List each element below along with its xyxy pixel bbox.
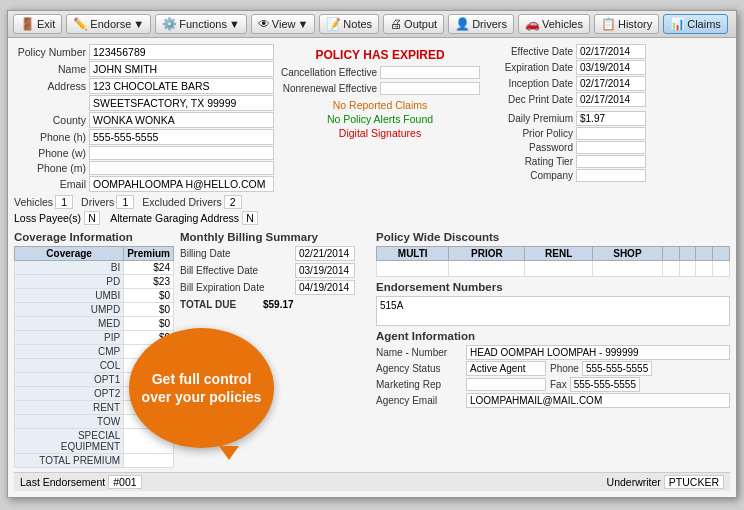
- agent-fax-value: 555-555-5555: [570, 377, 640, 392]
- dec-print-date-row: Dec Print Date 02/17/2014: [486, 92, 730, 107]
- agent-rep-value: [466, 378, 546, 391]
- bill-expiration-value: 04/19/2014: [295, 280, 355, 295]
- policy-phone-w-value: [89, 146, 274, 160]
- discounts-panel: Policy Wide Discounts MULTIPRIORRENLSHOP: [376, 231, 730, 277]
- agent-email-value: LOOMPAHMAIL@MAIL.COM: [466, 393, 730, 408]
- view-icon: 👁: [258, 17, 270, 31]
- drivers-icon: 👤: [455, 17, 470, 31]
- policy-counts-row: Vehicles 1 Drivers 1 Excluded Drivers 2: [14, 195, 274, 209]
- view-button[interactable]: 👁 View ▼: [251, 14, 316, 34]
- bill-total-value: $59.17: [260, 298, 297, 311]
- vehicles-count-item: Vehicles 1: [14, 195, 73, 209]
- exit-icon: 🚪: [20, 17, 35, 31]
- vehicles-count: 1: [55, 195, 73, 209]
- vehicles-button[interactable]: 🚗 Vehicles: [518, 14, 590, 34]
- nonrenewal-row: Nonrenewal Effective: [280, 82, 480, 95]
- nonrenewal-value: [380, 82, 480, 95]
- excluded-drivers-count: 2: [224, 195, 242, 209]
- coverage-title: Coverage Information: [14, 231, 174, 243]
- claims-icon: 📊: [670, 17, 685, 31]
- policy-name-value: JOHN SMITH: [89, 61, 274, 77]
- functions-button[interactable]: ⚙️ Functions ▼: [155, 14, 247, 34]
- endorsement-panel: Endorsement Numbers 515A: [376, 281, 730, 326]
- policy-phone-m-row: Phone (m): [14, 161, 274, 175]
- prior-policy-value: [576, 127, 646, 140]
- billing-date-value: 02/21/2014: [295, 246, 355, 261]
- bill-expiration-row: Bill Expiration Date 04/19/2014: [180, 280, 370, 295]
- agent-status-row: Agency Status Active Agent Phone 555-555…: [376, 361, 730, 376]
- policy-number-row: Policy Number 123456789: [14, 44, 274, 60]
- coverage-row: UMPD$0: [15, 303, 174, 317]
- policy-city-row: SWEETSFACTORY, TX 99999: [14, 95, 274, 111]
- output-icon: 🖨: [390, 17, 402, 31]
- policy-number-value: 123456789: [89, 44, 274, 60]
- bill-effective-value: 03/19/2014: [295, 263, 355, 278]
- discounts-table: MULTIPRIORRENLSHOP: [376, 246, 730, 277]
- promo-bubble: Get full control over your policies: [129, 328, 274, 448]
- effective-date-row: Effective Date 02/17/2014: [486, 44, 730, 59]
- coverage-row: PIP$0: [15, 331, 174, 345]
- underwriter-value: PTUCKER: [664, 475, 724, 489]
- coverage-row: PD$23: [15, 275, 174, 289]
- inception-date-row: Inception Date 02/17/2014: [486, 76, 730, 91]
- digital-signatures-text: Digital Signatures: [339, 127, 421, 139]
- coverage-row: UMBI$0: [15, 289, 174, 303]
- output-button[interactable]: 🖨 Output: [383, 14, 444, 34]
- agent-email-row: Agency Email LOOMPAHMAIL@MAIL.COM: [376, 393, 730, 408]
- policy-county-value: WONKA WONKA: [89, 112, 274, 128]
- coverage-row: SPECIAL EQUIPMENT: [15, 429, 174, 454]
- agent-status-value: Active Agent: [466, 361, 546, 376]
- claims-button[interactable]: 📊 Claims: [663, 14, 728, 34]
- company-row: Company: [486, 169, 730, 182]
- endorse-icon: ✏️: [73, 17, 88, 31]
- drivers-count-item: Drivers 1: [81, 195, 134, 209]
- policy-address-row: Address 123 CHOCOLATE BARS: [14, 78, 274, 94]
- rating-tier-value: [576, 155, 646, 168]
- premium-col-header: Premium: [124, 247, 174, 261]
- agent-phone-value: 555-555-5555: [582, 361, 652, 376]
- cancellation-row: Cancellation Effective: [280, 66, 480, 79]
- coverage-row: MED$0: [15, 317, 174, 331]
- coverage-row: TOTAL PREMIUM: [15, 454, 174, 468]
- company-value: [576, 169, 646, 182]
- functions-icon: ⚙️: [162, 17, 177, 31]
- bottom-section: Coverage Information Coverage Premium BI…: [14, 231, 730, 468]
- vehicles-icon: 🚗: [525, 17, 540, 31]
- policy-phone-h-row: Phone (h) 555-555-5555: [14, 129, 274, 145]
- policy-address-value: 123 CHOCOLATE BARS: [89, 78, 274, 94]
- endorsement-value: 515A: [376, 296, 730, 326]
- prior-policy-row: Prior Policy: [486, 127, 730, 140]
- exit-button[interactable]: 🚪 Exit: [13, 14, 62, 34]
- daily-premium-row: Daily Premium $1.97: [486, 111, 730, 126]
- password-value: [576, 141, 646, 154]
- policy-phone-m-value: [89, 161, 274, 175]
- rating-tier-row: Rating Tier: [486, 155, 730, 168]
- drivers-button[interactable]: 👤 Drivers: [448, 14, 514, 34]
- expiration-date-row: Expiration Date 03/19/2014: [486, 60, 730, 75]
- coverage-col-header: Coverage: [15, 247, 124, 261]
- agent-name-value: HEAD OOMPAH LOOMPAH - 999999: [466, 345, 730, 360]
- agent-panel: Agent Information Name - Number HEAD OOM…: [376, 330, 730, 409]
- policy-phone-w-row: Phone (w): [14, 146, 274, 160]
- no-claims-text: No Reported Claims: [333, 99, 428, 111]
- toolbar: 🚪 Exit ✏️ Endorse ▼ ⚙️ Functions ▼ 👁 Vie…: [8, 11, 736, 38]
- policy-email-value: OOMPAHLOOMPA H@HELLO.COM: [89, 176, 274, 192]
- agent-title: Agent Information: [376, 330, 730, 342]
- last-endorsement-value: #001: [108, 475, 141, 489]
- bill-total-row: TOTAL DUE $59.17: [180, 298, 370, 311]
- bill-effective-row: Bill Effective Date 03/19/2014: [180, 263, 370, 278]
- notes-button[interactable]: 📝 Notes: [319, 14, 379, 34]
- policy-info-panel: Policy Number 123456789 Name JOHN SMITH …: [14, 44, 274, 225]
- expiration-date-value: 03/19/2014: [576, 60, 646, 75]
- status-panel: POLICY HAS EXPIRED Cancellation Effectiv…: [280, 44, 480, 225]
- password-row: Password: [486, 141, 730, 154]
- history-button[interactable]: 📋 History: [594, 14, 659, 34]
- dec-print-date-value: 02/17/2014: [576, 92, 646, 107]
- history-icon: 📋: [601, 17, 616, 31]
- no-alerts-text: No Policy Alerts Found: [327, 113, 433, 125]
- endorse-button[interactable]: ✏️ Endorse ▼: [66, 14, 151, 34]
- policy-name-row: Name JOHN SMITH: [14, 61, 274, 77]
- agent-rep-row: Marketing Rep Fax 555-555-5555: [376, 377, 730, 392]
- drivers-count: 1: [116, 195, 134, 209]
- policy-city-value: SWEETSFACTORY, TX 99999: [89, 95, 274, 111]
